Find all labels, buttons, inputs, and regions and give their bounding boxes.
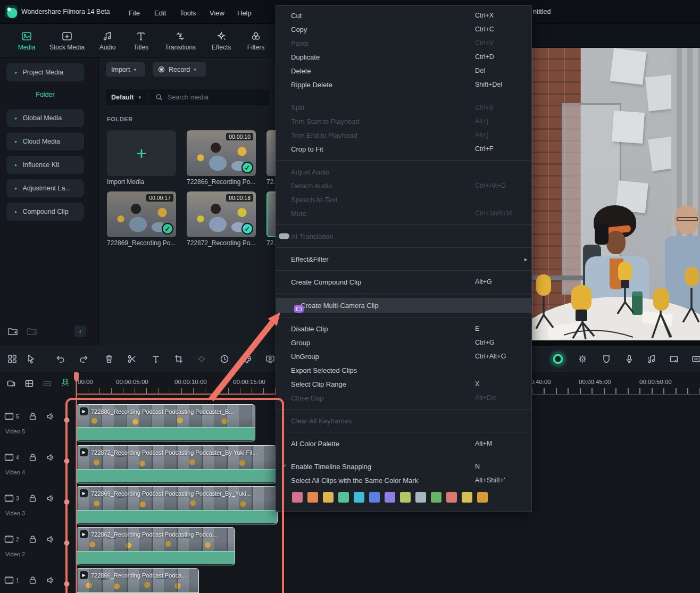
tab-filters[interactable]: Filters	[239, 30, 272, 51]
tab-effects[interactable]: Effects	[203, 30, 239, 51]
menu-item-crop-to-fit[interactable]: Crop to FitCtrl+F	[276, 142, 531, 156]
color-mark-swatch[interactable]	[446, 492, 457, 503]
timeline-clip-video4[interactable]: ▶722872_Recording Podcast Podcasting Pod…	[76, 445, 277, 483]
lock-icon[interactable]	[29, 535, 37, 544]
import-media-tile[interactable]: +	[107, 130, 176, 176]
menu-item-disable-clip[interactable]: Disable ClipE	[276, 322, 531, 336]
lock-icon[interactable]	[29, 576, 37, 584]
manage-tracks-icon[interactable]	[24, 379, 34, 388]
snapping-magnet-icon[interactable]	[60, 378, 70, 388]
color-mark-swatch[interactable]	[415, 492, 426, 503]
audio-music-icon[interactable]	[647, 354, 656, 364]
speaker-icon[interactable]	[46, 412, 55, 421]
color-mark-swatch[interactable]	[323, 492, 334, 503]
import-button[interactable]: Import▾	[106, 62, 145, 77]
menu-item-export-selected-clips[interactable]: Export Selected Clips	[276, 363, 531, 377]
menu-item-duplicate[interactable]: DuplicateCtrl+D	[276, 50, 531, 64]
timeline-clip-video5[interactable]: ▶722880_Recording Podcast Podcasting Pod…	[76, 404, 255, 441]
color-mark-swatch[interactable]	[292, 492, 303, 503]
menu-item-effect-filter[interactable]: Effect&Filter▸	[276, 252, 531, 266]
timeline-clip-video2[interactable]: ▶722862_Recording Podcast Podcasting Pod…	[76, 527, 235, 565]
speed-icon[interactable]	[220, 354, 229, 364]
search-media-input[interactable]: Search media	[168, 94, 209, 101]
add-track-icon[interactable]	[6, 379, 16, 388]
menu-help[interactable]: Help	[234, 8, 255, 18]
select-tool-icon[interactable]	[27, 354, 36, 364]
sidebar-item-cloud-media[interactable]: ▸Cloud Media	[6, 132, 84, 151]
menu-file[interactable]: File	[126, 8, 143, 18]
sidebar-item-compound-clip[interactable]: ▸Compound Clip	[6, 203, 84, 221]
track-header-video3[interactable]: 3 Video 3	[0, 486, 74, 527]
sidebar-item-project-media[interactable]: ▸Project Media	[6, 63, 84, 81]
lock-icon[interactable]	[29, 494, 37, 503]
sidebar-item-global-media[interactable]: ▸Global Media	[6, 109, 84, 127]
mask-icon[interactable]	[602, 354, 611, 364]
render-preview-icon[interactable]	[578, 354, 587, 364]
track-header-video1[interactable]: 1 Video 1	[0, 567, 74, 593]
sidebar-item-folder[interactable]: Folder	[6, 88, 84, 102]
menu-item-enable-timeline-snapping[interactable]: ✓Enable Timeline SnappingN	[276, 460, 531, 473]
speaker-icon[interactable]	[46, 494, 55, 503]
menu-view[interactable]: View	[206, 8, 228, 18]
undo-icon[interactable]	[55, 354, 65, 364]
redo-icon[interactable]	[79, 354, 89, 364]
menu-item-select-clip-range[interactable]: Select Clip RangeX	[276, 377, 531, 391]
text-tool-icon[interactable]	[151, 354, 161, 364]
track-height-icon[interactable]	[43, 379, 52, 388]
speaker-icon[interactable]	[46, 535, 55, 544]
media-clip-tile-selected-partial[interactable]	[266, 191, 276, 237]
menu-item-delete[interactable]: DeleteDel	[276, 64, 531, 78]
sort-dropdown[interactable]: Default	[111, 94, 134, 101]
toolbar-partial-icon[interactable]	[691, 354, 700, 364]
menu-item-group[interactable]: GroupCtrl+G	[276, 336, 531, 349]
color-mark-swatch[interactable]	[477, 492, 488, 503]
color-mark-swatch[interactable]	[400, 492, 411, 503]
color-palette-icon[interactable]	[243, 354, 252, 364]
media-clip-tile[interactable]: 00:00:18 ✓	[187, 191, 256, 237]
color-mark-swatch[interactable]	[338, 492, 349, 503]
ai-portrait-icon[interactable]	[552, 353, 564, 365]
menu-item-create-compound-clip[interactable]: Create Compound ClipAlt+G	[276, 275, 531, 289]
color-mark-swatch[interactable]	[307, 492, 318, 503]
menu-item-ripple-delete[interactable]: Ripple DeleteShift+Del	[276, 78, 531, 91]
color-mark-swatch[interactable]	[369, 492, 380, 503]
color-mark-swatch[interactable]	[385, 492, 395, 503]
keyframe-icon[interactable]	[197, 354, 206, 364]
delete-icon[interactable]	[104, 354, 114, 364]
speaker-icon[interactable]	[46, 453, 55, 462]
record-button[interactable]: Record▾	[153, 62, 206, 77]
lock-icon[interactable]	[29, 453, 37, 462]
menu-item-select-all-clips-same-color-mark[interactable]: Select All Clips with the Same Color Mar…	[276, 473, 531, 487]
screen-record-icon[interactable]	[265, 354, 275, 364]
tab-audio[interactable]: Audio	[90, 30, 124, 51]
timeline-clip-video3[interactable]: ▶722869_Recording Podcast Podcasting Pod…	[76, 486, 278, 524]
tab-titles[interactable]: Titles	[124, 30, 157, 51]
menu-item-cut[interactable]: CutCtrl+X	[276, 9, 531, 22]
track-header-video5[interactable]: 5 Video 5	[0, 404, 74, 445]
menu-item-copy[interactable]: CopyCtrl+C	[276, 22, 531, 36]
split-scissors-icon[interactable]	[127, 354, 137, 364]
media-clip-tile[interactable]: 00:00:10 ✓	[187, 130, 256, 176]
track-header-video4[interactable]: 4 Video 4	[0, 445, 74, 486]
lock-icon[interactable]	[29, 412, 37, 421]
add-folder-icon[interactable]	[7, 327, 18, 336]
timeline-clip-video1[interactable]: ▶722866_Recording Podcast Podca...	[76, 568, 199, 593]
menu-item-ungroup[interactable]: UnGroupCtrl+Alt+G	[276, 349, 531, 363]
voiceover-mic-icon[interactable]	[624, 354, 634, 364]
layout-grid-icon[interactable]	[7, 354, 17, 364]
menu-edit[interactable]: Edit	[151, 8, 169, 18]
media-clip-tile[interactable]: 00:00:17 ✓	[107, 191, 176, 237]
sidebar-item-adjustment-layer[interactable]: ▸Adjustment La...	[6, 179, 84, 197]
track-header-video2[interactable]: 2 Video 2	[0, 527, 74, 567]
tab-stock-media[interactable]: Stock Media	[44, 30, 90, 51]
color-mark-swatch[interactable]	[354, 492, 364, 503]
collapse-sidebar-button[interactable]: ‹	[74, 325, 86, 337]
speaker-icon[interactable]	[46, 576, 55, 584]
color-mark-swatch[interactable]	[462, 492, 472, 503]
menu-item-ai-color-palette[interactable]: AI Color PaletteAlt+M	[276, 437, 531, 450]
delete-folder-icon[interactable]	[27, 327, 37, 336]
menu-tools[interactable]: Tools	[177, 8, 199, 18]
color-mark-swatch[interactable]	[431, 492, 441, 503]
sidebar-item-influence-kit[interactable]: ▸Influence Kit	[6, 156, 84, 174]
menu-item-create-multi-camera-clip[interactable]: Create Multi-Camera Clip	[276, 298, 531, 313]
